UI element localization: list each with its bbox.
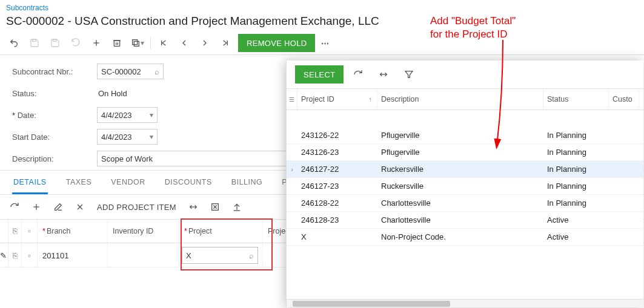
cell-description: Pflugerville bbox=[377, 127, 543, 144]
row-attach-icon[interactable]: ⎘ bbox=[8, 243, 22, 267]
popup-row[interactable]: ›246127-22RuckersvilleIn Planning bbox=[287, 161, 643, 178]
svg-marker-23 bbox=[405, 71, 413, 78]
subcontract-nbr-value: SC-000002 bbox=[101, 67, 141, 76]
toolbar-divider bbox=[150, 37, 151, 49]
chevron-down-icon[interactable]: ▾ bbox=[150, 133, 153, 141]
grid-col-attach: ⎘ bbox=[8, 220, 22, 243]
cell-description: Non-Project Code. bbox=[377, 229, 543, 246]
svg-rect-1 bbox=[53, 39, 56, 41]
start-date-label: Start Date: bbox=[12, 133, 97, 142]
project-lookup-popup: SELECT ☰ Project ID↑ Description Status … bbox=[286, 61, 643, 307]
cell-description: Charlottesville bbox=[377, 212, 543, 229]
scrollbar-thumb[interactable] bbox=[293, 301, 450, 307]
cell-project-id: 243126-22 bbox=[297, 127, 377, 144]
cell-customer bbox=[609, 144, 639, 161]
tab-vendor[interactable]: VENDOR bbox=[110, 171, 146, 194]
row-inventory-cell[interactable] bbox=[108, 243, 179, 267]
add-project-item-button[interactable]: ADD PROJECT ITEM bbox=[91, 203, 182, 212]
popup-rows-container: 243126-22PflugervilleIn Planning243126-2… bbox=[287, 127, 643, 246]
description-label: Description: bbox=[12, 154, 97, 163]
more-actions-icon[interactable]: ⋯ bbox=[315, 34, 336, 52]
cell-project-id: 246127-22 bbox=[297, 161, 377, 178]
prev-icon[interactable] bbox=[174, 34, 194, 52]
row-indicator bbox=[287, 127, 297, 144]
search-icon[interactable]: ⌕ bbox=[154, 67, 159, 76]
description-input[interactable]: Scope of Work bbox=[97, 151, 291, 166]
tab-details[interactable]: DETAILS bbox=[12, 171, 48, 194]
popup-row[interactable]: XNon-Project Code.Active bbox=[287, 229, 643, 246]
popup-col-status[interactable]: Status bbox=[543, 89, 609, 110]
row-branch-cell[interactable]: 201101 bbox=[38, 243, 108, 267]
grid-col-select bbox=[0, 220, 8, 243]
cell-project-id: X bbox=[297, 229, 377, 246]
export-excel-icon[interactable] bbox=[204, 197, 226, 217]
cell-customer bbox=[609, 178, 639, 195]
popup-col-indicator: ☰ bbox=[287, 89, 297, 110]
edit-icon[interactable] bbox=[47, 197, 69, 217]
row-indicator bbox=[287, 178, 297, 195]
description-value: Scope of Work bbox=[101, 154, 153, 163]
first-icon[interactable] bbox=[153, 34, 174, 52]
save-close-icon bbox=[45, 34, 65, 52]
svg-rect-4 bbox=[114, 41, 119, 46]
status-label: Status: bbox=[12, 89, 97, 98]
cell-customer bbox=[609, 212, 639, 229]
grid-col-inventory[interactable]: Inventory ID bbox=[108, 220, 179, 243]
back-icon[interactable] bbox=[4, 34, 24, 52]
next-icon[interactable] bbox=[194, 34, 215, 52]
row-notes-icon[interactable]: ▫ bbox=[22, 243, 38, 267]
popup-filter-icon[interactable] bbox=[398, 65, 420, 84]
annotation-highlight-box bbox=[181, 218, 273, 270]
date-label: Date: bbox=[12, 111, 97, 120]
delete-icon[interactable] bbox=[107, 34, 127, 52]
popup-col-description[interactable]: Description bbox=[377, 89, 543, 110]
cell-customer bbox=[609, 229, 639, 246]
breadcrumb-link[interactable]: Subcontracts bbox=[0, 0, 644, 13]
last-icon[interactable] bbox=[215, 34, 236, 52]
popup-row[interactable]: 243126-22PflugervilleIn Planning bbox=[287, 127, 643, 144]
cell-project-id: 246127-23 bbox=[297, 178, 377, 195]
add-row-icon[interactable] bbox=[25, 197, 47, 217]
fit-columns-icon[interactable] bbox=[182, 197, 204, 217]
popup-row[interactable]: 246128-22CharlottesvilleIn Planning bbox=[287, 195, 643, 212]
popup-col-customer[interactable]: Custo bbox=[609, 89, 639, 110]
cell-status: In Planning bbox=[543, 144, 609, 161]
tab-billing[interactable]: BILLING bbox=[230, 171, 264, 194]
cell-status: Active bbox=[543, 212, 609, 229]
subcontract-nbr-label: Subcontract Nbr.: bbox=[12, 67, 97, 76]
tab-taxes[interactable]: TAXES bbox=[65, 171, 93, 194]
popup-fit-icon[interactable] bbox=[373, 65, 394, 84]
popup-col-project-id[interactable]: Project ID↑ bbox=[297, 89, 377, 110]
cell-customer bbox=[609, 127, 639, 144]
popup-row[interactable]: 243126-23PflugervilleIn Planning bbox=[287, 144, 643, 161]
date-value: 4/4/2023 bbox=[101, 111, 132, 120]
upload-icon[interactable] bbox=[226, 197, 248, 217]
date-input[interactable]: 4/4/2023 ▾ bbox=[97, 107, 158, 123]
horizontal-scrollbar[interactable] bbox=[287, 299, 643, 307]
tab-discounts[interactable]: DISCOUNTS bbox=[164, 171, 213, 194]
delete-row-icon[interactable] bbox=[69, 197, 91, 217]
popup-toolbar: SELECT bbox=[287, 61, 643, 88]
popup-row[interactable]: 246128-23CharlottesvilleActive bbox=[287, 212, 643, 229]
popup-row[interactable]: 246127-23RuckersvilleIn Planning bbox=[287, 178, 643, 195]
add-icon[interactable] bbox=[86, 34, 107, 52]
row-indicator bbox=[287, 229, 297, 246]
refresh-icon[interactable] bbox=[4, 197, 25, 217]
select-button[interactable]: SELECT bbox=[295, 65, 344, 84]
chevron-down-icon[interactable]: ▾ bbox=[150, 111, 153, 119]
subcontract-nbr-input[interactable]: SC-000002 ⌕ bbox=[97, 64, 164, 79]
start-date-value: 4/4/2023 bbox=[101, 133, 132, 142]
grid-col-branch[interactable]: Branch bbox=[38, 220, 108, 243]
main-toolbar: ▾ REMOVE HOLD ⋯ bbox=[0, 31, 644, 55]
copy-dropdown-icon[interactable]: ▾ bbox=[127, 34, 148, 52]
svg-rect-9 bbox=[134, 41, 139, 46]
cell-customer bbox=[609, 195, 639, 212]
cell-status: Active bbox=[543, 229, 609, 246]
remove-hold-button[interactable]: REMOVE HOLD bbox=[238, 34, 315, 52]
svg-rect-8 bbox=[133, 40, 138, 45]
popup-refresh-icon[interactable] bbox=[347, 65, 369, 84]
cell-project-id: 246128-22 bbox=[297, 195, 377, 212]
cell-project-id: 243126-23 bbox=[297, 144, 377, 161]
cell-status: In Planning bbox=[543, 127, 609, 144]
start-date-input[interactable]: 4/4/2023 ▾ bbox=[97, 129, 158, 145]
